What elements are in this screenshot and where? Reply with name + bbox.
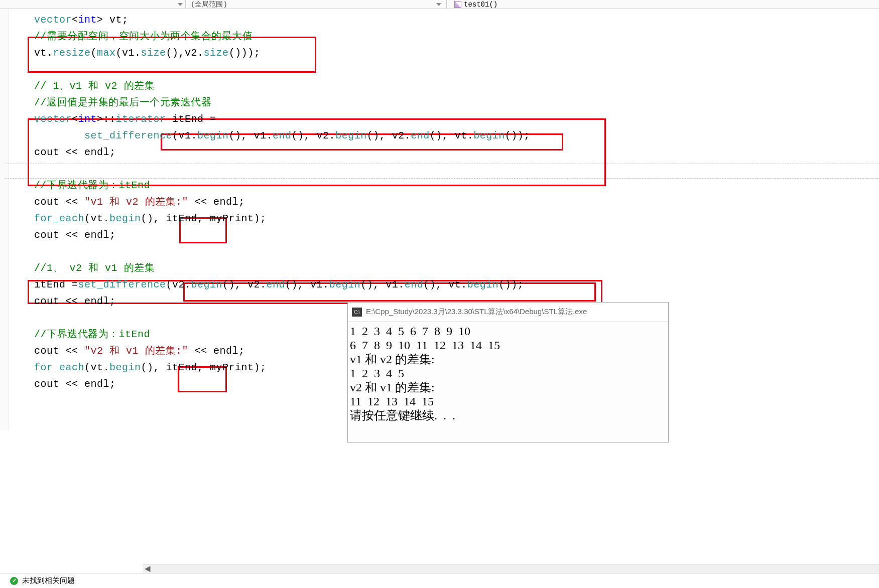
cube-icon <box>454 1 461 8</box>
code-line: set_difference(v1.begin(), v1.end(), v2.… <box>34 127 879 144</box>
console-titlebar[interactable]: C:\ E:\Cpp_Study\2023.3月\23.3.30\STL算法\x… <box>348 303 668 322</box>
code-line: vt.resize(max(v1.size(),v2.size())); <box>34 45 879 61</box>
code-line: cout << "v1 和 v2 的差集:" << endl; <box>34 194 879 210</box>
console-window[interactable]: C:\ E:\Cpp_Study\2023.3月\23.3.30\STL算法\x… <box>347 302 669 443</box>
chevron-down-icon <box>178 3 183 6</box>
console-line: v1 和 v2 的差集: <box>350 352 666 366</box>
scope-label: (全局范围) <box>191 0 227 9</box>
console-line: 11 12 13 14 15 <box>350 394 666 408</box>
console-icon: C:\ <box>352 308 362 317</box>
scroll-left-icon[interactable]: ◄ <box>143 564 152 573</box>
code-line: itEnd =set_difference(v2.begin(), v2.end… <box>34 276 879 293</box>
code-line: //返回值是并集的最后一个元素迭代器 <box>34 94 879 111</box>
code-line: //需要分配空间，空间大小为两个集合的最大值 <box>34 28 879 45</box>
code-line <box>34 161 879 177</box>
console-path: E:\Cpp_Study\2023.3月\23.3.30\STL算法\x64\D… <box>366 307 587 317</box>
code-line: cout << endl; <box>34 144 879 161</box>
code-line: cout << endl; <box>34 227 879 243</box>
code-line <box>34 61 879 78</box>
horizontal-scrollbar[interactable]: ◄ <box>143 564 879 573</box>
check-icon: ✓ <box>10 577 18 585</box>
status-bar: ✓ 未找到相关问题 <box>0 573 879 588</box>
editor-gutter <box>0 9 9 430</box>
console-line: 请按任意键继续. . . <box>350 408 666 422</box>
console-line: v2 和 v1 的差集: <box>350 380 666 394</box>
console-line: 1 2 3 4 5 <box>350 366 666 380</box>
chevron-down-icon <box>436 3 441 6</box>
code-line: //下界迭代器为：itEnd <box>34 177 879 194</box>
code-line: //1、 v2 和 v1 的差集 <box>34 260 879 276</box>
scope-dropdown-left[interactable] <box>0 0 186 9</box>
console-output: 1 2 3 4 5 6 7 8 9 10 6 7 8 9 10 11 12 13… <box>348 322 668 425</box>
top-breadcrumb-bar: (全局范围) test01() <box>0 0 879 9</box>
status-message: 未找到相关问题 <box>22 576 75 585</box>
code-line: for_each(vt.begin(), itEnd, myPrint); <box>34 210 879 227</box>
code-line: // 1、v1 和 v2 的差集 <box>34 78 879 94</box>
function-dropdown[interactable]: test01() <box>447 0 497 9</box>
code-line <box>34 243 879 260</box>
code-line: vector<int>::iterator itEnd = <box>34 111 879 127</box>
console-line: 1 2 3 4 5 6 7 8 9 10 <box>350 324 666 338</box>
scope-dropdown-center[interactable]: (全局范围) <box>186 0 447 9</box>
code-line: vector<int> vt; <box>34 12 879 28</box>
console-line: 6 7 8 9 10 11 12 13 14 15 <box>350 338 666 352</box>
function-name: test01() <box>464 1 497 9</box>
